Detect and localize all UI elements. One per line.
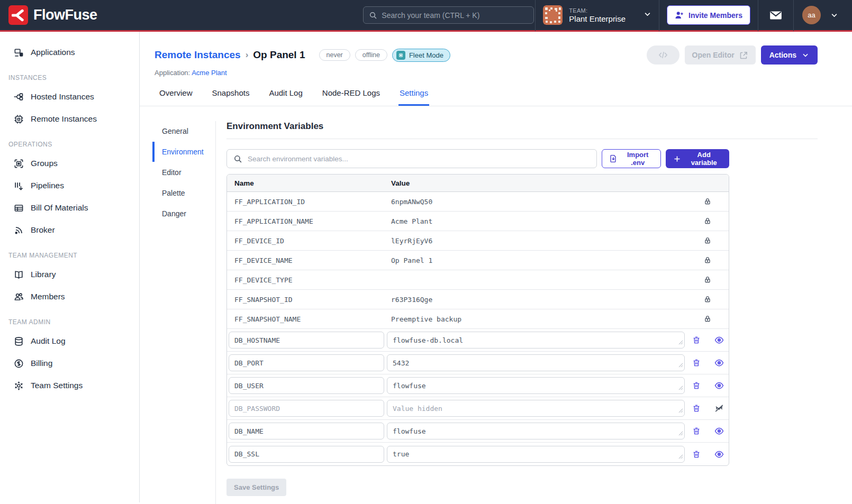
var-value-input[interactable]	[387, 377, 685, 394]
section-title: Environment Variables	[226, 121, 818, 139]
subnav-palette[interactable]: Palette	[152, 183, 215, 203]
tab-audit-log[interactable]: Audit Log	[268, 88, 303, 106]
var-name-input[interactable]	[229, 400, 384, 417]
sidebar-item-broker[interactable]: Broker	[0, 219, 139, 241]
hide-value-button[interactable]	[714, 404, 724, 413]
sidebar-item-bill-of-materials[interactable]: Bill Of Materials	[0, 197, 139, 219]
delete-variable-button[interactable]	[692, 427, 701, 435]
table-row: FF_DEVICE_ID lEyrRjEyV6	[227, 231, 729, 251]
search-icon	[369, 11, 377, 20]
application-link[interactable]: Acme Plant	[192, 69, 226, 77]
var-value-input[interactable]	[387, 400, 685, 417]
delete-variable-button[interactable]	[692, 381, 701, 390]
chevron-down-icon	[802, 51, 809, 59]
page-header: Remote Instances › Op Panel 1 never offl…	[140, 32, 852, 77]
import-icon	[609, 154, 618, 163]
tab-snapshots[interactable]: Snapshots	[211, 88, 251, 106]
var-name-input[interactable]	[229, 446, 384, 463]
import-env-button[interactable]: Import .env	[602, 149, 661, 168]
nav-right: TEAM: Plant Enterprise Invite Members aa	[535, 0, 852, 31]
breadcrumb-separator: ›	[246, 50, 249, 60]
import-env-label: Import .env	[622, 151, 654, 167]
env-controls: Import .env Add variable	[226, 149, 729, 168]
breadcrumb-remote-instances[interactable]: Remote Instances	[155, 49, 241, 61]
env-search[interactable]	[226, 149, 597, 168]
team-selector[interactable]: TEAM: Plant Enterprise	[535, 0, 659, 31]
sidebar-item-applications[interactable]: Applications	[0, 41, 139, 63]
groups-icon	[13, 158, 24, 169]
brand[interactable]: FlowFuse	[0, 5, 106, 25]
show-value-button[interactable]	[714, 450, 724, 459]
var-name: FF_APPLICATION_NAME	[227, 217, 391, 225]
show-value-button[interactable]	[714, 335, 724, 345]
show-value-button[interactable]	[714, 381, 724, 390]
var-value-input[interactable]	[387, 446, 685, 463]
env-search-input[interactable]	[248, 155, 590, 163]
subnav-danger[interactable]: Danger	[152, 204, 215, 224]
sidebar-item-pipelines[interactable]: Pipelines	[0, 175, 139, 197]
sidebar-item-label: Audit Log	[31, 336, 66, 346]
sidebar-heading-team-admin: TEAM ADMIN	[0, 308, 139, 330]
invite-members-button[interactable]: Invite Members	[667, 5, 750, 25]
subnav-environment[interactable]: Environment	[152, 142, 215, 162]
show-value-button[interactable]	[714, 426, 724, 436]
var-name-input[interactable]	[229, 354, 384, 371]
delete-variable-button[interactable]	[692, 450, 701, 459]
sidebar-item-library[interactable]: Library	[0, 263, 139, 286]
subnav-general[interactable]: General	[152, 121, 215, 141]
save-settings-button[interactable]: Save Settings	[226, 479, 286, 496]
delete-variable-button[interactable]	[692, 359, 701, 367]
developer-mode-button[interactable]	[647, 45, 679, 65]
main-content: Remote Instances › Op Panel 1 never offl…	[140, 32, 852, 502]
sidebar-item-billing[interactable]: Billing	[0, 352, 139, 374]
add-variable-button[interactable]: Add variable	[666, 149, 729, 168]
show-value-button[interactable]	[714, 358, 724, 368]
sidebar-item-members[interactable]: Members	[0, 286, 139, 308]
team-avatar	[543, 5, 563, 25]
header-actions: Open Editor Actions	[647, 45, 818, 65]
subnav-editor[interactable]: Editor	[152, 162, 215, 182]
var-value-input[interactable]	[387, 354, 685, 371]
table-row: FF_APPLICATION_ID 6npmANwQ50	[227, 192, 729, 212]
var-value: Op Panel 1	[391, 256, 432, 264]
delete-variable-button[interactable]	[692, 404, 701, 413]
var-name-input[interactable]	[229, 332, 384, 349]
table-row: FF_DEVICE_TYPE	[227, 270, 729, 290]
tab-settings[interactable]: Settings	[398, 88, 429, 106]
open-editor-button[interactable]: Open Editor	[685, 45, 756, 65]
fleet-mode-label: Fleet Mode	[409, 51, 443, 59]
sidebar-item-remote-instances[interactable]: Remote Instances	[0, 108, 139, 130]
team-search-input[interactable]	[382, 11, 528, 20]
sidebar-item-label: Remote Instances	[31, 114, 97, 124]
mail-icon[interactable]	[769, 8, 783, 22]
var-name-input[interactable]	[229, 423, 384, 439]
var-value: 6npmANwQ50	[391, 198, 432, 206]
tab-overview[interactable]: Overview	[158, 88, 194, 106]
team-chevron-down-icon	[643, 10, 651, 20]
var-name: FF_DEVICE_TYPE	[227, 276, 391, 284]
table-row-editable	[227, 420, 729, 443]
sidebar-item-team-settings[interactable]: Team Settings	[0, 374, 139, 397]
team-search[interactable]	[363, 6, 534, 24]
sidebar-item-hosted-instances[interactable]: Hosted Instances	[0, 86, 139, 108]
sidebar-item-groups[interactable]: Groups	[0, 152, 139, 175]
sidebar-item-label: Hosted Instances	[31, 92, 94, 102]
lock-icon	[704, 296, 711, 303]
var-name-input[interactable]	[229, 377, 384, 394]
open-editor-label: Open Editor	[692, 51, 735, 59]
delete-variable-button[interactable]	[692, 336, 701, 344]
bill-of-materials-icon	[13, 202, 24, 214]
var-value-input[interactable]	[387, 332, 685, 349]
sidebar-heading-team-management: TEAM MANAGEMENT	[0, 241, 139, 263]
user-plus-icon	[675, 11, 684, 20]
var-name: FF_APPLICATION_ID	[227, 198, 391, 206]
billing-icon	[13, 358, 24, 369]
var-value: lEyrRjEyV6	[391, 237, 432, 245]
sidebar-item-audit-log[interactable]: Audit Log	[0, 330, 139, 352]
var-value-input[interactable]	[387, 423, 685, 439]
actions-button[interactable]: Actions	[761, 45, 818, 65]
lock-icon	[704, 237, 711, 244]
user-menu[interactable]: aa	[793, 0, 852, 31]
var-value: r63P316Qge	[391, 296, 432, 304]
tab-node-red-logs[interactable]: Node-RED Logs	[321, 88, 381, 106]
